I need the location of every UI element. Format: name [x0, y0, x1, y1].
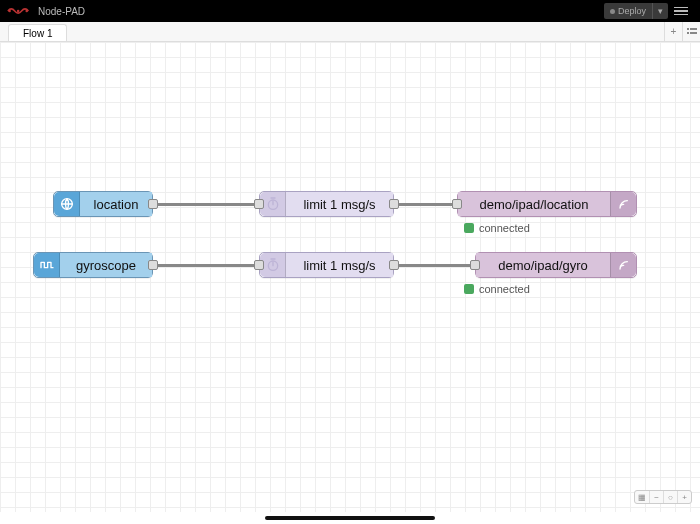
svg-rect-5: [687, 32, 689, 34]
svg-point-0: [8, 10, 11, 13]
node-label: demo/ipad/gyro: [476, 253, 610, 277]
input-port[interactable]: [254, 199, 264, 209]
deploy-status-icon: [610, 9, 615, 14]
svg-point-1: [17, 10, 20, 13]
node-label: gyroscope: [60, 253, 152, 277]
node-limit-a[interactable]: limit 1 msg/s: [259, 191, 394, 217]
zoom-out-button[interactable]: −: [649, 491, 663, 503]
svg-rect-4: [690, 28, 697, 30]
wire: [153, 203, 259, 206]
node-red-logo: [4, 4, 34, 18]
zoom-in-button[interactable]: +: [677, 491, 691, 503]
node-status: connected: [464, 222, 530, 234]
add-tab-button[interactable]: +: [664, 22, 682, 41]
wire: [393, 203, 457, 206]
output-port[interactable]: [389, 260, 399, 270]
wire: [150, 264, 259, 267]
home-indicator: [265, 516, 435, 520]
status-dot-icon: [464, 223, 474, 233]
node-label: demo/ipad/location: [458, 192, 610, 216]
app-header: Node-PAD Deploy ▾: [0, 0, 700, 22]
output-port[interactable]: [148, 199, 158, 209]
node-status: connected: [464, 283, 530, 295]
menu-button[interactable]: [674, 7, 692, 16]
node-mqtt-location[interactable]: demo/ipad/location: [457, 191, 637, 217]
broadcast-icon: [610, 192, 636, 216]
view-navigator[interactable]: ▦ − ○ +: [634, 490, 692, 504]
node-label: limit 1 msg/s: [286, 253, 393, 277]
node-limit-b[interactable]: limit 1 msg/s: [259, 252, 394, 278]
wave-icon: [34, 253, 60, 277]
tab-list-button[interactable]: [682, 22, 700, 41]
tab-bar: Flow 1 +: [0, 22, 700, 42]
tab-flow-1[interactable]: Flow 1: [8, 24, 67, 41]
nav-map-icon[interactable]: ▦: [635, 491, 649, 503]
node-label: limit 1 msg/s: [286, 192, 393, 216]
output-port[interactable]: [389, 199, 399, 209]
node-location[interactable]: location: [53, 191, 153, 217]
node-label: location: [80, 192, 152, 216]
input-port[interactable]: [470, 260, 480, 270]
node-mqtt-gyro[interactable]: demo/ipad/gyro: [475, 252, 637, 278]
node-gyroscope[interactable]: gyroscope: [33, 252, 153, 278]
status-dot-icon: [464, 284, 474, 294]
deploy-button[interactable]: Deploy ▾: [604, 3, 668, 19]
input-port[interactable]: [254, 260, 264, 270]
input-port[interactable]: [452, 199, 462, 209]
globe-icon: [54, 192, 80, 216]
svg-rect-6: [690, 32, 697, 34]
wire: [393, 264, 475, 267]
status-text: connected: [479, 283, 530, 295]
svg-point-2: [25, 10, 28, 13]
deploy-label: Deploy: [618, 6, 646, 16]
zoom-reset-button[interactable]: ○: [663, 491, 677, 503]
output-port[interactable]: [148, 260, 158, 270]
flow-canvas[interactable]: location limit 1 msg/s demo/ipad/locatio…: [0, 42, 700, 512]
deploy-caret-icon[interactable]: ▾: [652, 3, 668, 19]
app-title: Node-PAD: [38, 6, 85, 17]
svg-rect-3: [687, 28, 689, 30]
broadcast-icon: [610, 253, 636, 277]
status-text: connected: [479, 222, 530, 234]
